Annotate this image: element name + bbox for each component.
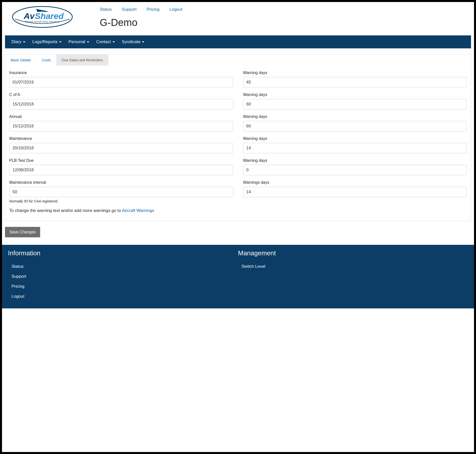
input-insurance[interactable] [9,77,233,88]
input-cofa-warning[interactable] [243,99,467,109]
input-maint-interval-warning[interactable] [243,187,467,197]
input-cofa[interactable] [9,99,233,109]
help-maint-interval: Normally 50 for CAA registered [9,199,233,203]
tab-due-dates[interactable]: Due Dates and Reminders [56,55,108,66]
nav-syndicate[interactable]: Syndicate [118,35,148,48]
input-insurance-warning[interactable] [243,77,467,88]
footer-mgmt-title: Management [238,249,468,257]
svg-text:Shared: Shared [35,11,64,21]
nav-personal[interactable]: Personal [65,35,93,48]
label-plb-warning: Warning days [243,158,467,163]
tab-bar: Basic Details Costs Due Dates and Remind… [5,54,471,66]
chevron-down-icon [23,41,25,43]
label-plb: PLB Test Due [9,158,233,163]
chevron-down-icon [112,41,115,43]
nav-contact[interactable]: Contact [93,35,118,48]
top-nav: Status Support Pricing Logout [100,7,471,12]
label-annual-warning: Warning days [243,114,467,119]
top-link-support[interactable]: Support [122,7,137,12]
chevron-down-icon [59,41,62,43]
footer-link-pricing[interactable]: Pricing [8,281,238,291]
input-maintenance[interactable] [9,143,233,153]
nav-logs-reports[interactable]: Logs/Reports [29,35,65,48]
tab-costs[interactable]: Costs [36,55,56,66]
input-plb[interactable] [9,165,233,175]
footer-info-title: Information [8,249,238,257]
input-maintenance-warning[interactable] [243,143,467,153]
nav-diary[interactable]: Diary [8,35,29,48]
top-link-status[interactable]: Status [100,7,112,12]
svg-text:Av: Av [23,11,35,21]
top-link-logout[interactable]: Logout [170,7,183,12]
label-annual: Annual [9,114,233,119]
page-title: G-Demo [100,17,471,28]
chevron-down-icon [142,41,144,43]
label-maintenance-warning: Warning days [243,136,467,141]
svg-text:Shared Aircraft Diary And More: Shared Aircraft Diary And More [25,20,60,23]
label-cofa: C of A [9,92,233,97]
label-maint-interval: Maintenance interval [9,180,233,185]
save-button[interactable]: Save Changes [5,227,40,237]
footer: Information Status Support Pricing Logou… [2,245,474,308]
footer-link-switch-level[interactable]: Switch Level [238,262,468,272]
tab-basic-details[interactable]: Basic Details [5,55,36,66]
input-annual-warning[interactable] [243,121,467,131]
footer-link-logout[interactable]: Logout [8,291,238,301]
aircraft-warnings-link[interactable]: Aircraft Warnings [122,208,154,213]
input-plb-warning[interactable] [243,165,467,175]
logo[interactable]: Av Shared Shared Aircraft Diary And More [5,4,95,30]
warning-note: To change the warning text and/or add mo… [9,208,467,213]
chevron-down-icon [87,41,89,43]
input-annual[interactable] [9,121,233,131]
label-cofa-warning: Warning days [243,92,467,97]
main-nav: Diary Logs/Reports Personal Contact Synd… [5,35,471,48]
top-link-pricing[interactable]: Pricing [147,7,160,12]
label-insurance: Insurance [9,71,233,75]
logo-icon: Av Shared Shared Aircraft Diary And More [10,4,80,29]
label-maint-interval-warning: Warnings days [243,180,467,185]
form-panel: Insurance Warning days C of A Warning da… [5,66,471,221]
input-maint-interval[interactable] [9,187,233,197]
label-insurance-warning: Warning days [243,71,467,75]
label-maintenance: Maintenance [9,136,233,141]
footer-link-status[interactable]: Status [8,262,238,272]
footer-link-support[interactable]: Support [8,272,238,281]
header: Av Shared Shared Aircraft Diary And More… [5,2,471,35]
